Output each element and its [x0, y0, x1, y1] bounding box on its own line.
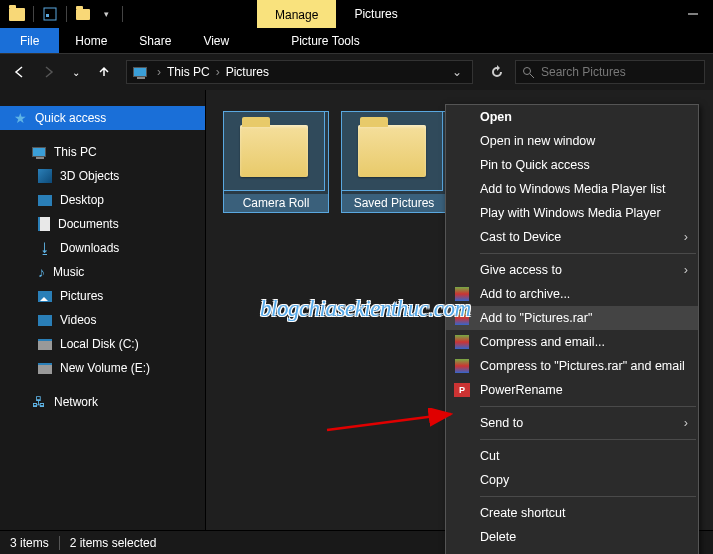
folder-label: Camera Roll [224, 194, 328, 212]
sidebar-label: Downloads [60, 241, 119, 255]
chevron-right-icon[interactable]: › [155, 65, 163, 79]
folder-icon [358, 125, 426, 177]
address-bar: ⌄ › This PC › Pictures ⌄ Search Pictures [0, 54, 713, 90]
status-item-count: 3 items [10, 536, 49, 550]
breadcrumb[interactable]: › This PC › Pictures ⌄ [126, 60, 473, 84]
quick-access-toolbar: ▾ [0, 3, 127, 25]
ctx-open[interactable]: Open [446, 105, 698, 129]
ctx-compress-email[interactable]: Compress and email... [446, 330, 698, 354]
ctx-add-pictures-rar[interactable]: Add to "Pictures.rar" [446, 306, 698, 330]
file-tab[interactable]: File [0, 28, 59, 53]
winrar-icon [454, 334, 470, 350]
search-placeholder: Search Pictures [541, 65, 626, 79]
ctx-cast-device[interactable]: Cast to Device› [446, 225, 698, 249]
star-icon: ★ [14, 110, 27, 126]
title-bar: ▾ Manage Pictures [0, 0, 713, 28]
folder-camera-roll[interactable]: Camera Roll [224, 112, 328, 212]
svg-line-4 [530, 74, 534, 78]
sidebar-label: Local Disk (C:) [60, 337, 139, 351]
sidebar-label: This PC [54, 145, 97, 159]
folder-label: Saved Pictures [342, 194, 446, 212]
sidebar-new-volume-e[interactable]: New Volume (E:) [0, 356, 205, 380]
navigation-pane: ★ Quick access This PC 3D Objects Deskto… [0, 90, 206, 530]
sidebar-desktop[interactable]: Desktop [0, 188, 205, 212]
ctx-cut[interactable]: Cut [446, 444, 698, 468]
qat-dropdown-icon[interactable]: ▾ [95, 3, 117, 25]
pc-icon [131, 63, 149, 81]
folder-app-icon [6, 3, 28, 25]
chevron-right-icon: › [684, 230, 688, 244]
pc-icon [32, 147, 46, 157]
ctx-wmp-add-list[interactable]: Add to Windows Media Player list [446, 177, 698, 201]
context-menu: Open Open in new window Pin to Quick acc… [445, 104, 699, 554]
ctx-add-archive[interactable]: Add to archive... [446, 282, 698, 306]
sidebar-label: Quick access [35, 111, 106, 125]
ctx-powerrename[interactable]: PPowerRename [446, 378, 698, 402]
sidebar-label: Desktop [60, 193, 104, 207]
picture-icon [38, 291, 52, 302]
sidebar-3d-objects[interactable]: 3D Objects [0, 164, 205, 188]
disk-icon [38, 339, 52, 350]
ctx-compress-rar-email[interactable]: Compress to "Pictures.rar" and email [446, 354, 698, 378]
winrar-icon [454, 286, 470, 302]
sidebar-label: Documents [58, 217, 119, 231]
sidebar-music[interactable]: ♪Music [0, 260, 205, 284]
ctx-open-new-window[interactable]: Open in new window [446, 129, 698, 153]
ribbon: File Home Share View Picture Tools [0, 28, 713, 54]
back-button[interactable] [8, 60, 32, 84]
minimize-button[interactable] [673, 0, 713, 28]
status-selected-count: 2 items selected [70, 536, 157, 550]
music-icon: ♪ [38, 264, 45, 280]
home-tab[interactable]: Home [59, 28, 123, 53]
svg-rect-1 [46, 14, 49, 17]
manage-tab[interactable]: Manage [257, 0, 336, 28]
ctx-give-access[interactable]: Give access to› [446, 258, 698, 282]
refresh-button[interactable] [483, 65, 511, 79]
breadcrumb-dropdown-icon[interactable]: ⌄ [452, 65, 462, 79]
desktop-icon [38, 195, 52, 206]
recent-dropdown[interactable]: ⌄ [64, 60, 88, 84]
picture-tools-tab[interactable]: Picture Tools [275, 28, 375, 53]
sidebar-quick-access[interactable]: ★ Quick access [0, 106, 205, 130]
sidebar-label: Videos [60, 313, 96, 327]
properties-icon[interactable] [39, 3, 61, 25]
sidebar-documents[interactable]: Documents [0, 212, 205, 236]
winrar-icon [454, 310, 470, 326]
sidebar-videos[interactable]: Videos [0, 308, 205, 332]
window-title: Pictures [336, 0, 415, 28]
ctx-wmp-play[interactable]: Play with Windows Media Player [446, 201, 698, 225]
folder-saved-pictures[interactable]: Saved Pictures [342, 112, 446, 212]
ctx-send-to[interactable]: Send to› [446, 411, 698, 435]
document-icon [38, 217, 50, 231]
sidebar-label: Pictures [60, 289, 103, 303]
sidebar-this-pc[interactable]: This PC [0, 140, 205, 164]
ctx-pin-quick-access[interactable]: Pin to Quick access [446, 153, 698, 177]
sidebar-pictures[interactable]: Pictures [0, 284, 205, 308]
forward-button[interactable] [36, 60, 60, 84]
sidebar-local-disk-c[interactable]: Local Disk (C:) [0, 332, 205, 356]
up-button[interactable] [92, 60, 116, 84]
sidebar-downloads[interactable]: ⭳Downloads [0, 236, 205, 260]
ctx-delete[interactable]: Delete [446, 525, 698, 549]
video-icon [38, 315, 52, 326]
chevron-right-icon[interactable]: › [214, 65, 222, 79]
ctx-rename[interactable]: Rename [446, 549, 698, 554]
sidebar-label: Network [54, 395, 98, 409]
search-icon [522, 66, 535, 79]
share-tab[interactable]: Share [123, 28, 187, 53]
cube-icon [38, 169, 52, 183]
breadcrumb-pictures[interactable]: Pictures [222, 65, 273, 79]
breadcrumb-this-pc[interactable]: This PC [163, 65, 214, 79]
winrar-icon [454, 358, 470, 374]
search-box[interactable]: Search Pictures [515, 60, 705, 84]
ctx-copy[interactable]: Copy [446, 468, 698, 492]
network-icon: 🖧 [32, 394, 46, 410]
new-folder-icon[interactable] [72, 3, 94, 25]
folder-icon [240, 125, 308, 177]
svg-point-3 [524, 67, 531, 74]
sidebar-network[interactable]: 🖧 Network [0, 390, 205, 414]
view-tab[interactable]: View [187, 28, 245, 53]
chevron-right-icon: › [684, 263, 688, 277]
chevron-right-icon: › [684, 416, 688, 430]
ctx-create-shortcut[interactable]: Create shortcut [446, 501, 698, 525]
